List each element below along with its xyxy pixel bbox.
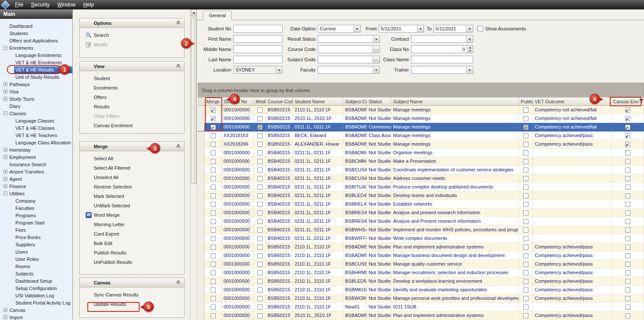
- action-select-all-filtered[interactable]: Select All Filtered: [80, 163, 184, 173]
- sidebar-item-enrolments[interactable]: −Enrolments: [0, 44, 72, 51]
- cell-pub[interactable]: [519, 286, 533, 294]
- cell-merge[interactable]: [205, 166, 222, 174]
- cell-mod[interactable]: [254, 174, 266, 183]
- cell-merge[interactable]: [205, 311, 222, 320]
- canvas-checkbox[interactable]: [625, 150, 630, 156]
- mod-checkbox[interactable]: [257, 236, 262, 241]
- grid-row[interactable]: 0001000000BSB402150211.1L, 0211.1FBSBCUS…: [198, 166, 644, 174]
- merge-checkbox[interactable]: [211, 159, 216, 164]
- cell-merge[interactable]: [205, 114, 222, 123]
- panel-section-header-view[interactable]: View: [80, 62, 184, 71]
- mod-checkbox[interactable]: [257, 167, 262, 173]
- grid-row[interactable]: 0001000000BSB402150211.1L, 0211.1FBSBREL…: [198, 200, 644, 209]
- cell-pub[interactable]: [519, 132, 533, 140]
- cell-pub[interactable]: [519, 106, 533, 114]
- pub-checkbox[interactable]: [523, 210, 528, 215]
- mod-checkbox[interactable]: [257, 270, 262, 275]
- sidebar-item-insurance-search[interactable]: Insurance Search: [0, 161, 72, 168]
- canvas-checkbox[interactable]: [625, 287, 630, 293]
- cell-canvas[interactable]: [611, 123, 644, 132]
- cell-merge[interactable]: [205, 303, 222, 311]
- canvas-checkbox[interactable]: [625, 116, 630, 121]
- cell-canvas[interactable]: [611, 183, 644, 191]
- sidebar-item-unit-of-study-results[interactable]: Unit of Study Results: [0, 73, 72, 81]
- pub-checkbox[interactable]: [523, 150, 528, 156]
- sidebar-item-agent[interactable]: +Agent: [0, 175, 72, 182]
- grid-row[interactable]: 0001000000BSB402150211.1L, 0211.1FBSBRES…: [198, 217, 644, 226]
- menu-help[interactable]: Help: [79, 2, 98, 8]
- sidebar-item-user-roles[interactable]: User Roles: [0, 255, 72, 263]
- expand-node-icon[interactable]: +: [3, 155, 7, 159]
- cell-canvas[interactable]: [611, 200, 644, 209]
- canvas-checkbox[interactable]: [625, 236, 630, 241]
- canvas-checkbox[interactable]: [625, 159, 630, 164]
- merge-checkbox[interactable]: [211, 296, 216, 301]
- mod-checkbox[interactable]: [257, 193, 262, 198]
- scroll-up-button[interactable]: [191, 9, 197, 16]
- canvas-checkbox[interactable]: [625, 253, 630, 258]
- tab-general[interactable]: General: [203, 11, 232, 20]
- mod-checkbox[interactable]: [257, 159, 262, 164]
- pub-checkbox[interactable]: [523, 270, 528, 275]
- cell-canvas[interactable]: [611, 311, 644, 320]
- expand-node-icon[interactable]: +: [3, 177, 7, 181]
- cell-canvas[interactable]: [611, 166, 644, 174]
- cell-mod[interactable]: [254, 149, 266, 157]
- sidebar-item-dashboard-setup[interactable]: Dashboard Setup: [0, 277, 72, 284]
- panel-scrollbar[interactable]: [190, 9, 197, 320]
- mod-checkbox[interactable]: [257, 116, 262, 121]
- sidebar-item-student-portal-activity-log[interactable]: Student Portal Activity Log: [0, 299, 72, 306]
- panel-section-header-merge[interactable]: Merge: [80, 142, 184, 151]
- column-header-course[interactable]: Course Code: [266, 97, 293, 106]
- cell-mod[interactable]: [254, 303, 266, 311]
- cell-mod[interactable]: [254, 166, 266, 174]
- cell-mod[interactable]: [254, 132, 266, 140]
- mod-checkbox[interactable]: [257, 142, 262, 147]
- pub-checkbox[interactable]: [523, 133, 528, 138]
- merge-checkbox[interactable]: [211, 108, 216, 113]
- merge-checkbox[interactable]: [211, 210, 216, 215]
- merge-checkbox[interactable]: [211, 279, 216, 284]
- mod-checkbox[interactable]: [257, 262, 262, 267]
- cell-canvas[interactable]: [611, 251, 644, 260]
- expand-node-icon[interactable]: +: [3, 184, 7, 188]
- merge-checkbox[interactable]: [211, 236, 216, 241]
- canvas-checkbox[interactable]: [625, 133, 630, 138]
- column-header-status[interactable]: Status: [367, 97, 391, 106]
- cell-pub[interactable]: [519, 234, 533, 243]
- cell-mod[interactable]: [254, 191, 266, 200]
- chevron-down-icon[interactable]: [354, 25, 360, 32]
- action-card-export[interactable]: Card Export: [80, 229, 184, 239]
- cell-mod[interactable]: [254, 311, 266, 320]
- mod-checkbox[interactable]: [257, 125, 262, 130]
- cell-canvas[interactable]: [611, 226, 644, 234]
- cell-merge[interactable]: [205, 260, 222, 269]
- sidebar-item-diary[interactable]: Diary: [0, 102, 72, 110]
- sidebar-item-language-enrolments[interactable]: Language Enrolments: [0, 51, 72, 59]
- canvas-checkbox[interactable]: [625, 245, 630, 250]
- mod-checkbox[interactable]: [257, 176, 262, 181]
- merge-checkbox[interactable]: [211, 227, 216, 233]
- expand-node-icon[interactable]: +: [3, 97, 7, 101]
- pub-checkbox[interactable]: [523, 236, 528, 241]
- grid-row[interactable]: 0001000000BSB402150211.1L, 0211.1FBSBADM…: [198, 149, 644, 157]
- cell-pub[interactable]: [519, 149, 533, 157]
- grid-row[interactable]: 0001000000BSB502152510.1L, 2510.1FBSBADM…: [198, 114, 644, 123]
- pub-checkbox[interactable]: [523, 142, 528, 147]
- expand-node-icon[interactable]: +: [3, 308, 7, 312]
- chevron-down-icon[interactable]: [466, 25, 473, 32]
- filter-funnel-icon[interactable]: [639, 98, 644, 106]
- chevron-down-icon[interactable]: [466, 66, 473, 73]
- cell-mod[interactable]: [254, 251, 266, 260]
- cell-pub[interactable]: [519, 226, 533, 234]
- sidebar-item-price-books[interactable]: Price Books: [0, 233, 72, 241]
- cell-mod[interactable]: [254, 269, 266, 277]
- cell-canvas[interactable]: [611, 140, 644, 149]
- cell-mod[interactable]: [254, 209, 266, 217]
- cell-mod[interactable]: [254, 243, 266, 251]
- mod-checkbox[interactable]: [257, 210, 262, 215]
- cell-merge[interactable]: [205, 123, 222, 132]
- canvas-checkbox[interactable]: [625, 227, 630, 233]
- collapse-node-icon[interactable]: −: [3, 111, 7, 115]
- mod-checkbox[interactable]: [257, 227, 262, 233]
